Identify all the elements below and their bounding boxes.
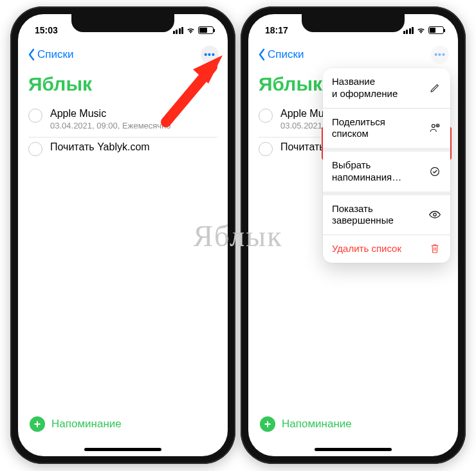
- status-time: 18:17: [265, 25, 288, 35]
- menu-item-share-list[interactable]: Поделиться списком: [323, 109, 450, 152]
- wifi-icon: [186, 26, 196, 34]
- back-button[interactable]: Списки: [257, 48, 304, 61]
- pencil-icon: [428, 83, 441, 93]
- more-button[interactable]: •••: [431, 46, 449, 64]
- content-area: Яблык Apple Music 03.04.2021, 09:00, Еже…: [18, 71, 228, 411]
- status-indicators: [173, 26, 214, 34]
- home-indicator: [315, 448, 392, 451]
- reminder-body: Почитать Yablyk.com: [50, 141, 150, 153]
- reminder-title: Apple Music: [50, 108, 171, 120]
- back-label: Списки: [37, 48, 73, 61]
- check-circle-icon: [428, 166, 441, 177]
- chevron-left-icon: [27, 48, 36, 61]
- reminder-radio[interactable]: [259, 109, 273, 123]
- eye-icon: [428, 210, 441, 219]
- reminder-title: Почитать Yablyk.com: [50, 141, 150, 153]
- back-button[interactable]: Списки: [27, 48, 73, 61]
- reminder-body: Apple Music 03.04.2021, 09:00, Ежемесячн…: [50, 108, 171, 130]
- add-reminder-label: Напоминание: [282, 418, 352, 431]
- menu-item-label: Удалить список: [332, 243, 401, 255]
- menu-item-label: Показать завершенные: [332, 203, 422, 227]
- reminder-radio[interactable]: [28, 142, 42, 156]
- menu-item-show-completed[interactable]: Показать завершенные: [323, 195, 450, 236]
- menu-item-label: Выбрать напоминания…: [332, 159, 401, 184]
- home-indicator: [84, 448, 161, 451]
- wifi-icon: [416, 26, 426, 34]
- nav-bar: Списки •••: [18, 41, 228, 68]
- menu-item-label: Название и оформление: [332, 76, 398, 100]
- cellular-icon: [403, 27, 414, 34]
- menu-item-label: Поделиться списком: [332, 116, 422, 141]
- svg-point-5: [434, 213, 436, 216]
- add-reminder-label: Напоминание: [51, 418, 122, 431]
- plus-circle-icon: +: [30, 416, 45, 432]
- chevron-left-icon: [257, 48, 266, 61]
- reminder-row[interactable]: Почитать Yablyk.com: [28, 138, 217, 163]
- phone-frame-left: 15:03 Списки ••• Яблык: [10, 6, 235, 464]
- status-indicators: [403, 26, 444, 34]
- list-title: Яблык: [28, 73, 217, 95]
- reminder-radio[interactable]: [259, 142, 273, 156]
- share-person-icon: [428, 122, 441, 134]
- svg-point-4: [431, 167, 439, 175]
- reminder-row[interactable]: Apple Music 03.04.2021, 09:00, Ежемесячн…: [28, 104, 217, 138]
- reminder-radio[interactable]: [28, 109, 42, 123]
- back-label: Списки: [268, 48, 304, 61]
- cellular-icon: [173, 27, 184, 34]
- phone-frame-right: 18:17 Списки ••• Яблык: [241, 6, 466, 464]
- menu-item-name-appearance[interactable]: Название и оформление: [323, 68, 450, 109]
- more-button[interactable]: •••: [201, 46, 219, 64]
- battery-icon: [428, 26, 444, 34]
- ellipsis-icon: •••: [204, 50, 215, 59]
- menu-item-select-reminders[interactable]: Выбрать напоминания…: [323, 152, 450, 195]
- status-time: 15:03: [35, 25, 58, 35]
- bottom-bar: + Напоминание: [248, 411, 458, 456]
- add-reminder-button[interactable]: + Напоминание: [260, 416, 352, 432]
- plus-circle-icon: +: [260, 416, 275, 432]
- menu-item-delete-list[interactable]: Удалить список: [323, 235, 450, 263]
- battery-icon: [198, 26, 214, 34]
- nav-bar: Списки •••: [248, 41, 458, 68]
- add-reminder-button[interactable]: + Напоминание: [30, 416, 122, 432]
- more-menu-popover: Название и оформление Поделиться списком…: [323, 68, 450, 263]
- svg-point-2: [432, 125, 435, 128]
- reminder-subtitle: 03.04.2021, 09:00, Ежемесячно: [50, 121, 171, 130]
- trash-icon: [428, 243, 441, 254]
- ellipsis-icon: •••: [434, 50, 446, 59]
- notch: [71, 14, 174, 32]
- screenshot-stage: 15:03 Списки ••• Яблык: [0, 0, 476, 471]
- screen-right: 18:17 Списки ••• Яблык: [248, 14, 458, 456]
- bottom-bar: + Напоминание: [18, 411, 228, 456]
- screen-left: 15:03 Списки ••• Яблык: [18, 14, 228, 456]
- notch: [302, 14, 405, 32]
